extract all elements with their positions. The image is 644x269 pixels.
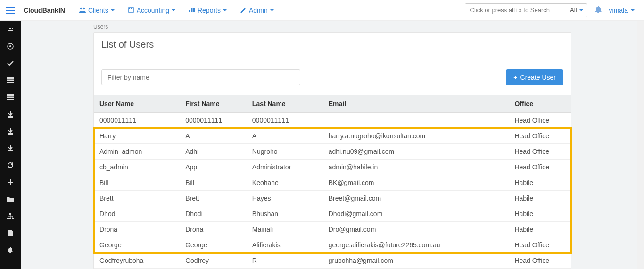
clients-icon: [79, 7, 86, 14]
cell-firstname: Brett: [180, 191, 247, 206]
plus-icon[interactable]: [0, 174, 21, 191]
cell-username: Harry: [94, 128, 180, 144]
refresh-icon[interactable]: [0, 157, 21, 174]
topnav-item-accounting[interactable]: Accounting: [128, 7, 175, 14]
user-name-label: vimala: [609, 7, 628, 14]
col-firstname[interactable]: First Name: [180, 95, 247, 113]
table-row[interactable]: HarryAAharry.a.nugroho@ikonsultan.comHea…: [94, 128, 571, 144]
table-row[interactable]: 000001111100000111110000011111Head Offic…: [94, 113, 571, 128]
svg-rect-16: [7, 77, 14, 79]
cell-firstname: 0000011111: [180, 113, 247, 128]
svg-rect-10: [9, 28, 10, 29]
cell-username: Admin_admon: [94, 144, 180, 160]
cell-lastname: Hayes: [247, 191, 323, 206]
table-row[interactable]: Admin_admonAdhiNugrohoadhi.nu09@gmail.co…: [94, 144, 571, 160]
topnav-item-reports[interactable]: Reports: [189, 7, 227, 14]
svg-rect-19: [7, 94, 14, 96]
download-icon-2[interactable]: [0, 123, 21, 140]
caret-down-icon: [631, 9, 635, 11]
svg-rect-24: [9, 218, 11, 219]
topnav-item-admin[interactable]: Admin: [240, 7, 274, 14]
col-office[interactable]: Office: [509, 95, 571, 113]
svg-rect-8: [7, 27, 14, 32]
topnav-label: Admin: [249, 7, 268, 14]
cell-username: Bill: [94, 175, 180, 191]
cell-email: grubohha@gmail.com: [323, 253, 509, 269]
svg-rect-4: [131, 8, 132, 9]
cell-lastname: Nugroho: [247, 144, 323, 160]
caret-down-icon: [223, 9, 227, 11]
admin-icon: [240, 7, 247, 14]
cell-email: Dro@gmail.com: [323, 222, 509, 237]
cell-email: Dhodi@gmail.com: [323, 206, 509, 222]
accounting-icon: [128, 7, 134, 14]
table-row[interactable]: BillBillKeohaneBK@gmail.comHabile: [94, 175, 571, 191]
table-row[interactable]: GeorgeGeorgeAlifierakisgeorge.alifieraki…: [94, 237, 571, 253]
svg-point-15: [9, 45, 11, 47]
create-user-button[interactable]: + Create User: [506, 69, 563, 85]
cell-username: cb_admin: [94, 160, 180, 175]
topnav-item-clients[interactable]: Clients: [79, 7, 115, 14]
page-title: List of Users: [94, 33, 571, 57]
search-input[interactable]: [465, 4, 566, 17]
hierarchy-icon[interactable]: [0, 208, 21, 225]
cell-email: BK@gmail.com: [323, 175, 509, 191]
table-row[interactable]: DhodiDhodiBhushanDhodi@gmail.comHabile: [94, 206, 571, 222]
col-username[interactable]: User Name: [94, 95, 180, 113]
svg-rect-6: [191, 8, 192, 12]
svg-rect-9: [8, 28, 8, 29]
svg-point-1: [83, 7, 85, 9]
svg-rect-17: [7, 80, 14, 81]
svg-rect-18: [7, 82, 14, 83]
cell-lastname: Bhushan: [247, 206, 323, 222]
cell-office: Head Office: [509, 237, 571, 253]
cell-username: Drona: [94, 222, 180, 237]
svg-rect-25: [12, 218, 14, 219]
download-icon-1[interactable]: [0, 106, 21, 123]
cell-office: Head Office: [509, 253, 571, 269]
check-icon[interactable]: [0, 55, 21, 72]
cell-firstname: Adhi: [180, 144, 247, 160]
table-header-row: User Name First Name Last Name Email Off…: [94, 95, 571, 113]
target-icon[interactable]: [0, 38, 21, 55]
svg-rect-13: [8, 30, 13, 31]
user-menu[interactable]: vimala: [609, 7, 635, 14]
vertical-scrollbar[interactable]: [637, 21, 644, 269]
table-row[interactable]: BrettBrettHayesBreet@gmail.comHabile: [94, 191, 571, 206]
notifications-bell-icon[interactable]: [595, 6, 602, 15]
cell-email: Breet@gmail.com: [323, 191, 509, 206]
hamburger-menu-icon[interactable]: [0, 0, 21, 21]
filter-by-name-input[interactable]: [101, 69, 300, 85]
cell-office: Habile: [509, 222, 571, 237]
cell-office: Head Office: [509, 113, 571, 128]
svg-rect-7: [193, 8, 195, 12]
brand-label: CloudBankIN: [24, 7, 65, 14]
cell-username: George: [94, 237, 180, 253]
col-email[interactable]: Email: [323, 95, 509, 113]
table-row[interactable]: GodfreyrubohaGodfreyRgrubohha@gmail.comH…: [94, 253, 571, 269]
svg-rect-3: [129, 8, 130, 9]
breadcrumb: Users: [84, 21, 644, 32]
layout: Users List of Users + Create User User N…: [0, 21, 644, 269]
cell-lastname: Administrator: [247, 160, 323, 175]
search-filter-dropdown[interactable]: All: [566, 4, 586, 17]
cell-lastname: R: [247, 253, 323, 269]
table-row[interactable]: DronaDronaMainaliDro@gmail.comHabile: [94, 222, 571, 237]
cell-office: Head Office: [509, 128, 571, 144]
list-icon-1[interactable]: [0, 72, 21, 89]
download-icon-3[interactable]: [0, 140, 21, 157]
cell-firstname: App: [180, 160, 247, 175]
keyboard-icon[interactable]: [0, 21, 21, 38]
list-icon-2[interactable]: [0, 89, 21, 106]
caret-down-icon: [270, 9, 274, 11]
file-icon[interactable]: [0, 225, 21, 242]
col-lastname[interactable]: Last Name: [247, 95, 323, 113]
cell-email: [323, 113, 509, 128]
table-row[interactable]: cb_adminAppAdministratoradmin@habile.inH…: [94, 160, 571, 175]
cell-lastname: Keohane: [247, 175, 323, 191]
bell-icon[interactable]: [0, 242, 21, 259]
svg-rect-11: [10, 28, 11, 29]
folder-icon[interactable]: [0, 191, 21, 208]
search-box: All: [465, 3, 587, 17]
cell-office: Habile: [509, 175, 571, 191]
